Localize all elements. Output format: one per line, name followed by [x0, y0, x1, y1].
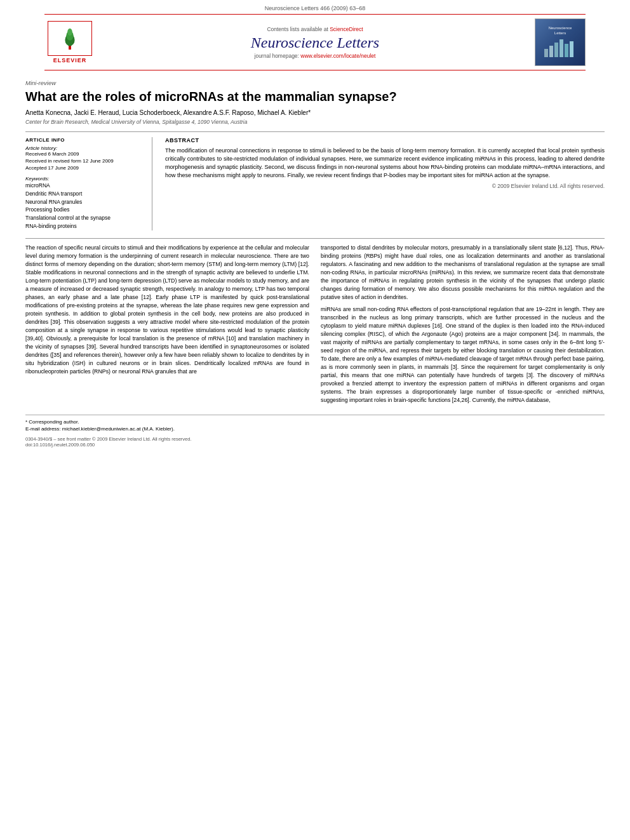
svg-point-3: [67, 28, 72, 35]
sciencedirect-link[interactable]: ScienceDirect: [330, 26, 363, 32]
journal-meta: Neuroscience Letters 466 (2009) 63–68: [25, 5, 605, 11]
body-columns: The reaction of specific neural circuits…: [25, 244, 605, 408]
footer-line-1: 0304-3940/$ – see front matter © 2009 El…: [25, 436, 605, 442]
keyword-5: Translational control at the synapse: [25, 214, 144, 222]
keywords-section: Keywords: microRNA Dendritic RNA transpo…: [25, 176, 144, 230]
article-info: ARTICLE INFO Article history: Received 6…: [25, 137, 152, 230]
article-title: What are the roles of microRNAs at the m…: [25, 89, 605, 104]
abstract-text: The modification of neuronal connections…: [165, 147, 605, 180]
page: Neuroscience Letters 466 (2009) 63–68 EL…: [0, 0, 630, 840]
journal-header: Neuroscience Letters 466 (2009) 63–68 EL…: [0, 0, 630, 73]
svg-rect-10: [570, 41, 573, 57]
body-right-para-2: miRNAs are small non-coding RNA effector…: [321, 305, 605, 404]
copyright: © 2009 Elsevier Ireland Ltd. All rights …: [165, 183, 605, 189]
corresponding-author: * Corresponding author.: [25, 418, 605, 425]
footnote-section: * Corresponding author. E-mail address: …: [25, 415, 605, 432]
article-history-label: Article history:: [25, 145, 144, 151]
article-content: Mini-review What are the roles of microR…: [0, 73, 630, 454]
homepage-url[interactable]: www.elsevier.com/locate/neulet: [300, 53, 375, 59]
journal-homepage: journal homepage: www.elsevier.com/locat…: [95, 53, 535, 59]
svg-rect-9: [565, 44, 568, 57]
svg-rect-5: [544, 49, 548, 57]
accepted-date: Accepted 17 June 2009: [25, 165, 144, 171]
contents-line: Contents lists available at ScienceDirec…: [95, 26, 535, 32]
email-line: E-mail address: michael.kiebler@meduniwi…: [25, 425, 605, 432]
received-date-2: Received in revised form 12 June 2009: [25, 158, 144, 164]
abstract-section: ABSTRACT The modification of neuronal co…: [165, 137, 605, 230]
footer-line-2: doi:10.1016/j.neulet.2009.06.050: [25, 442, 605, 448]
journal-center-header: Contents lists available at ScienceDirec…: [95, 26, 535, 59]
authors: Anetta Konecna, Jacki E. Heraud, Lucia S…: [25, 109, 605, 116]
svg-rect-8: [560, 39, 563, 57]
abstract-title: ABSTRACT: [165, 137, 605, 143]
keyword-3: Neuronal RNA granules: [25, 198, 144, 206]
keywords-label: Keywords:: [25, 176, 144, 182]
email-link[interactable]: michael.kiebler@meduniwien.ac.at: [62, 426, 141, 432]
body-divider: [25, 238, 605, 239]
article-type-label: Mini-review: [25, 79, 605, 86]
body-left-para-1: The reaction of specific neural circuits…: [25, 244, 309, 376]
keyword-6: RNA-binding proteins: [25, 222, 144, 230]
journal-title: Neuroscience Letters: [95, 34, 535, 51]
keyword-4: Processing bodies: [25, 206, 144, 214]
elsevier-logo: ELSEVIER: [44, 21, 95, 63]
keyword-2: Dendritic RNA transport: [25, 190, 144, 198]
keyword-1: microRNA: [25, 182, 144, 190]
elsevier-logo-box: [48, 21, 92, 56]
body-left-column: The reaction of specific neural circuits…: [25, 244, 309, 408]
elsevier-text: ELSEVIER: [53, 57, 87, 63]
header-band: ELSEVIER Contents lists available at Sci…: [44, 14, 586, 70]
article-info-abstract: ARTICLE INFO Article history: Received 6…: [25, 131, 605, 230]
journal-thumbnail: NeuroscienceLetters: [535, 18, 586, 66]
svg-rect-6: [549, 46, 553, 57]
body-right-column: transported to distal dendrites by molec…: [321, 244, 605, 408]
received-date-1: Received 6 March 2009: [25, 151, 144, 157]
bottom-footer: 0304-3940/$ – see front matter © 2009 El…: [25, 436, 605, 448]
article-info-title: ARTICLE INFO: [25, 137, 144, 143]
svg-rect-7: [554, 43, 558, 57]
affiliation: Center for Brain Research, Medical Unive…: [25, 119, 605, 125]
body-right-para-1: transported to distal dendrites by molec…: [321, 244, 605, 302]
